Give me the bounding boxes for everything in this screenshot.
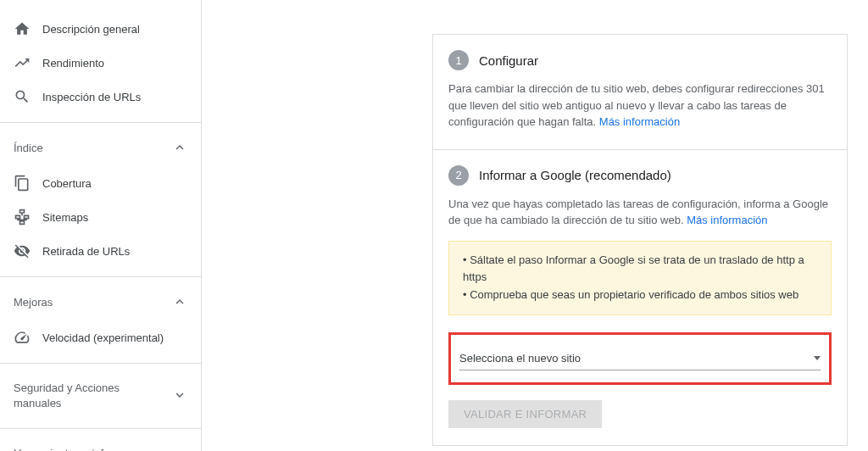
dropdown-placeholder: Selecciona el nuevo sitio [459, 352, 581, 365]
sidebar-section-enhancements[interactable]: Mejoras [0, 286, 201, 320]
step-1-title: Configurar [479, 53, 538, 68]
step-2-title: Informar a Google (recomendado) [479, 168, 671, 182]
sidebar-item-overview[interactable]: Descripción general [0, 12, 201, 46]
visibility-off-icon [14, 242, 31, 259]
step-1-card: 1 Configurar Para cambiar la dirección d… [432, 34, 848, 150]
sidebar-item-performance[interactable]: Rendimiento [0, 46, 201, 80]
callout-line-2: • Comprueba que seas un propietario veri… [463, 287, 817, 304]
sidebar-item-speed[interactable]: Velocidad (experimental) [0, 320, 201, 354]
callout-line-1: • Sáltate el paso Informar a Google si s… [463, 252, 817, 287]
step-number-2: 2 [448, 165, 469, 186]
sidebar-item-label: Rendimiento [42, 57, 104, 70]
step-number-1: 1 [448, 50, 469, 70]
sidebar-item-label: Descripción general [42, 23, 140, 36]
step-2-card: 2 Informar a Google (recomendado) Una ve… [432, 150, 848, 446]
sidebar: Descripción general Rendimiento Inspecci… [0, 0, 202, 451]
chevron-up-icon [172, 294, 187, 312]
sidebar-item-label: Retirada de URLs [42, 245, 130, 258]
home-icon [14, 20, 31, 37]
step-2-description: Una vez que hayas completado las tareas … [448, 196, 832, 229]
sidebar-section-legacy[interactable]: Herramientas e informes antiguos [0, 437, 201, 451]
chevron-down-icon [172, 387, 187, 405]
sidebar-item-label: Velocidad (experimental) [42, 331, 164, 344]
sidebar-item-label: Inspección de URLs [42, 91, 141, 103]
sidebar-item-label: Cobertura [42, 177, 92, 190]
sidebar-item-label: Sitemaps [42, 211, 88, 224]
callout-box: • Sáltate el paso Informar a Google si s… [448, 241, 832, 315]
step-1-more-info-link[interactable]: Más información [599, 115, 680, 128]
sidebar-section-index[interactable]: Índice [0, 131, 201, 166]
step-1-description: Para cambiar la dirección de tu sitio we… [448, 81, 832, 131]
chevron-up-icon [172, 140, 187, 158]
new-site-select[interactable]: Selecciona el nuevo sitio [459, 347, 821, 370]
sidebar-item-removals[interactable]: Retirada de URLs [0, 234, 201, 268]
sidebar-section-security[interactable]: Seguridad y Acciones manuales [0, 372, 201, 420]
main-content: 1 Configurar Para cambiar la dirección d… [202, 0, 868, 451]
sitemap-icon [14, 209, 31, 226]
sidebar-item-sitemaps[interactable]: Sitemaps [0, 200, 201, 234]
copy-icon [14, 175, 31, 192]
highlighted-dropdown-area: Selecciona el nuevo sitio [448, 332, 832, 385]
speed-icon [14, 329, 31, 346]
search-icon [14, 88, 31, 105]
trending-up-icon [14, 54, 31, 71]
sidebar-item-url-inspection[interactable]: Inspección de URLs [0, 80, 201, 114]
sidebar-item-coverage[interactable]: Cobertura [0, 166, 201, 200]
validate-inform-button[interactable]: VALIDAR E INFORMAR [448, 400, 602, 428]
step-2-more-info-link[interactable]: Más información [687, 214, 767, 226]
caret-down-icon [814, 356, 821, 360]
